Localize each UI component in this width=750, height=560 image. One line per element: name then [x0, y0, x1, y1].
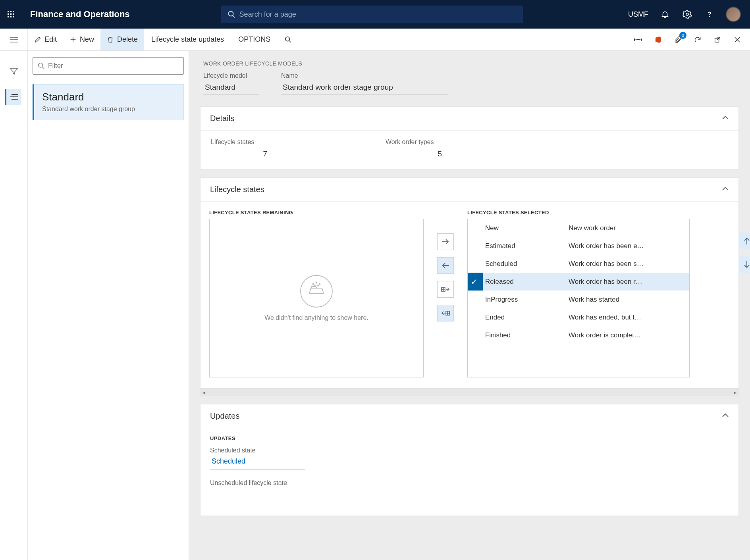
lifecycle-states-count-value[interactable]: 7 — [211, 148, 270, 161]
updates-subheading: UPDATES — [210, 435, 729, 441]
record-list: Standard Standard work order stage group — [28, 51, 189, 560]
remove-selected-button[interactable] — [437, 257, 454, 274]
scheduled-state-value[interactable]: Scheduled — [210, 456, 305, 470]
svg-line-19 — [289, 40, 291, 42]
unscheduled-state-value[interactable] — [210, 488, 305, 494]
add-selected-button[interactable] — [437, 233, 454, 250]
bell-icon[interactable] — [659, 9, 671, 20]
selected-list[interactable]: NewNew work orderEstimatedWork order has… — [467, 219, 690, 377]
lifecycle-model-label: Lifecycle model — [203, 72, 259, 79]
state-desc: Work has ended, but t… — [569, 314, 689, 321]
lifecycle-states-card: Lifecycle states LIFECYCLE STATES REMAIN… — [200, 177, 739, 388]
lifecycle-states-count-label: Lifecycle states — [211, 139, 270, 146]
svg-rect-0 — [8, 11, 9, 12]
selected-state-row[interactable]: FinishedWork order is complet… — [468, 326, 689, 344]
svg-rect-22 — [636, 39, 640, 40]
nav-collapse-hamburger-icon[interactable] — [8, 34, 19, 45]
selected-label: LIFECYCLE STATES SELECTED — [467, 210, 690, 216]
empty-folder-icon — [300, 275, 333, 308]
svg-rect-2 — [13, 11, 14, 12]
arrow-left-icon — [441, 262, 450, 269]
selected-state-row[interactable]: NewNew work order — [468, 219, 689, 237]
list-pane-icon[interactable] — [5, 89, 21, 105]
horizontal-scrollbar[interactable]: ◂▸ — [200, 388, 739, 396]
list-filter[interactable] — [33, 57, 184, 75]
updates-card: Updates UPDATES Scheduled state Schedule… — [200, 404, 739, 516]
attachments-button[interactable]: 0 — [672, 34, 683, 45]
chevron-up-icon[interactable] — [722, 187, 729, 192]
search-icon — [228, 10, 235, 18]
arrow-right-icon — [441, 239, 450, 245]
edit-button[interactable]: Edit — [28, 29, 63, 50]
selected-state-row[interactable]: InProgressWork has started — [468, 291, 689, 308]
svg-rect-3 — [8, 13, 9, 15]
svg-rect-1 — [10, 11, 12, 12]
plus-icon — [69, 36, 77, 43]
action-pane: Edit New Delete Lifecycle state updates … — [0, 29, 750, 51]
delete-button[interactable]: Delete — [100, 29, 144, 50]
popout-icon[interactable] — [712, 34, 723, 45]
app-title: Finance and Operations — [30, 9, 130, 19]
list-item-desc: Standard work order stage group — [42, 106, 175, 113]
attachments-count-badge: 0 — [679, 32, 686, 39]
remove-all-button[interactable] — [437, 305, 454, 321]
svg-point-33 — [316, 282, 317, 283]
list-item-name: Standard — [42, 91, 175, 103]
svg-line-30 — [42, 67, 44, 69]
move-down-button[interactable] — [738, 256, 750, 273]
user-avatar[interactable] — [726, 7, 740, 21]
selected-state-row[interactable]: EstimatedWork order has been e… — [468, 237, 689, 255]
svg-point-36 — [314, 285, 315, 286]
new-button[interactable]: New — [63, 29, 100, 50]
svg-point-34 — [319, 284, 320, 285]
svg-rect-4 — [10, 13, 12, 15]
svg-rect-5 — [13, 13, 14, 15]
refresh-icon[interactable] — [692, 34, 703, 45]
svg-line-10 — [233, 16, 235, 18]
list-item[interactable]: Standard Standard work order stage group — [33, 84, 184, 120]
details-card: Details Lifecycle states 7 Work order ty… — [200, 106, 739, 169]
selected-state-row[interactable]: EndedWork has ended, but t… — [468, 308, 689, 326]
selected-state-row[interactable]: ScheduledWork order has been s… — [468, 255, 689, 273]
options-button[interactable]: OPTIONS — [231, 29, 278, 50]
empty-text: We didn't find anything to show here. — [264, 314, 368, 321]
state-code: Scheduled — [485, 260, 569, 268]
add-all-button[interactable] — [437, 281, 454, 298]
state-desc: Work order has been e… — [569, 242, 689, 250]
remaining-label: LIFECYCLE STATES REMAINING — [209, 210, 424, 216]
svg-point-35 — [318, 285, 318, 286]
remaining-list: We didn't find anything to show here. — [209, 219, 424, 377]
global-search[interactable] — [221, 6, 523, 23]
connector-icon[interactable] — [632, 34, 644, 45]
search-icon — [285, 36, 292, 43]
gear-icon[interactable] — [682, 9, 693, 20]
company-picker[interactable]: USMF — [628, 10, 648, 19]
state-desc: Work order has been s… — [569, 260, 689, 268]
form-caption: WORK ORDER LIFECYCLE MODELS — [203, 60, 736, 67]
chevron-up-icon[interactable] — [722, 115, 729, 121]
selected-state-row[interactable]: ✓ReleasedWork order has been r… — [468, 273, 689, 291]
name-value[interactable]: Standard work order stage group — [281, 82, 448, 94]
close-icon[interactable] — [732, 34, 743, 45]
work-order-types-count-label: Work order types — [386, 139, 445, 146]
help-icon[interactable] — [704, 9, 715, 20]
actionbar-search-button[interactable] — [278, 29, 299, 50]
unscheduled-state-label: Unscheduled lifecycle state — [210, 479, 729, 487]
global-search-input[interactable] — [239, 10, 517, 19]
office-icon[interactable] — [652, 34, 663, 45]
move-up-button[interactable] — [738, 233, 750, 249]
filter-pane-icon[interactable] — [6, 64, 22, 79]
state-desc: Work has started — [569, 296, 689, 304]
state-code: Released — [485, 278, 569, 286]
lifecycle-state-updates-button[interactable]: Lifecycle state updates — [144, 29, 231, 50]
arrow-up-icon — [744, 237, 750, 245]
state-code: InProgress — [485, 296, 569, 304]
lifecycle-model-value[interactable]: Standard — [203, 82, 259, 94]
state-code: New — [485, 224, 569, 232]
work-order-types-count-value[interactable]: 5 — [386, 148, 445, 161]
name-label: Name — [281, 72, 448, 79]
state-desc: Work order has been r… — [569, 278, 689, 286]
waffle-icon[interactable] — [6, 9, 17, 20]
list-filter-input[interactable] — [48, 62, 179, 70]
chevron-up-icon[interactable] — [722, 413, 729, 419]
